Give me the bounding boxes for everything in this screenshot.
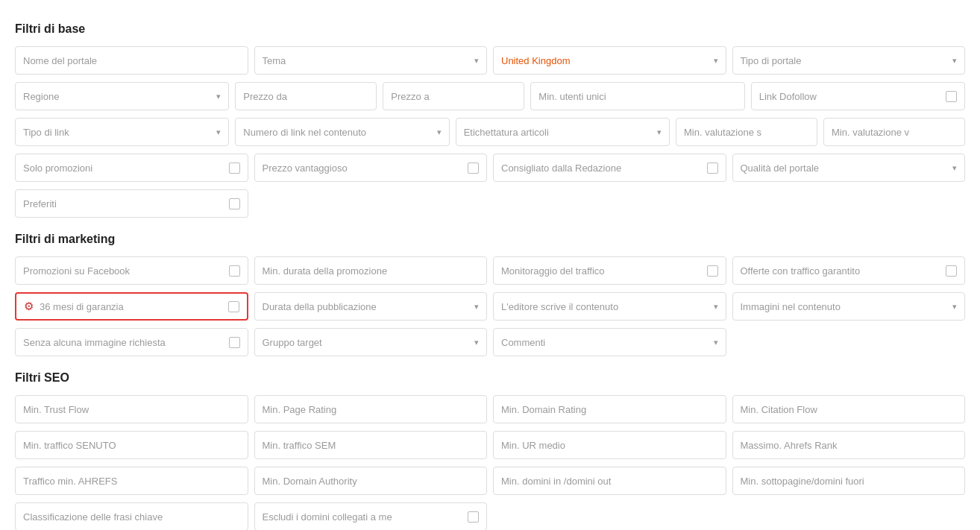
tipo-portale-select[interactable]: Tipo di portale ▾ (732, 46, 966, 75)
min-page-field[interactable] (263, 404, 480, 415)
max-ahrefs-field[interactable] (741, 440, 958, 451)
monitoraggio-check[interactable] (707, 265, 718, 277)
min-citation-input[interactable] (732, 395, 966, 423)
prezzo-a-input[interactable] (383, 82, 524, 110)
min-sotto-input[interactable] (732, 467, 966, 495)
prezzo-vant-label: Prezzo vantaggioso (263, 163, 348, 174)
etichettatura-chevron-icon: ▾ (657, 127, 662, 137)
nome-portale-field[interactable] (23, 55, 240, 66)
min-val-v-field[interactable] (832, 127, 957, 138)
classificazione-input[interactable] (15, 502, 248, 530)
regione-chevron-icon: ▾ (216, 92, 221, 101)
min-ur-input[interactable] (493, 431, 726, 459)
no-immagine-check[interactable] (229, 337, 240, 348)
empty-1 (254, 189, 488, 218)
monitoraggio-checkbox[interactable]: Monitoraggio del traffico (493, 256, 726, 285)
garanzia-label: 36 mesi di garanzia (40, 301, 124, 312)
etichettatura-select[interactable]: Etichettatura articoli ▾ (456, 118, 670, 146)
min-durata-input[interactable] (254, 256, 488, 285)
qualita-chevron-icon: ▾ (952, 163, 957, 173)
min-page-input[interactable] (254, 395, 488, 423)
consigliato-checkbox[interactable]: Consigliato dalla Redazione (493, 154, 726, 182)
min-sotto-field[interactable] (741, 476, 958, 487)
min-traffico-sem-input[interactable] (254, 431, 488, 459)
min-trust-field[interactable] (23, 404, 240, 415)
empty-2 (493, 189, 726, 218)
preferiti-check[interactable] (229, 198, 240, 209)
prezzo-vant-check[interactable] (468, 163, 479, 174)
solo-promo-checkbox[interactable]: Solo promozioni (15, 154, 248, 182)
editore-select[interactable]: L'editore scrive il contenuto ▾ (493, 292, 726, 321)
min-da-input[interactable] (254, 467, 488, 495)
min-trust-input[interactable] (15, 395, 248, 423)
filtri-seo-title: Filtri SEO (15, 371, 965, 385)
classificazione-field[interactable] (23, 511, 240, 523)
offerte-traffico-checkbox[interactable]: Offerte con traffico garantito (732, 256, 966, 285)
consigliato-label: Consigliato dalla Redazione (501, 163, 621, 174)
min-val-v-input[interactable] (823, 118, 965, 146)
num-link-select[interactable]: Numero di link nel contenuto ▾ (235, 118, 449, 146)
min-da-field[interactable] (263, 476, 480, 487)
min-utenti-field[interactable] (538, 91, 736, 102)
min-citation-field[interactable] (741, 404, 958, 415)
garanzia-check[interactable] (228, 301, 239, 312)
min-domain-field[interactable] (501, 404, 718, 415)
min-domain-input[interactable] (493, 395, 726, 423)
min-traffico-s-field[interactable] (23, 440, 240, 451)
nome-portale-input[interactable] (15, 46, 248, 75)
solo-promo-check[interactable] (229, 163, 240, 174)
min-traffico-s-input[interactable] (15, 431, 248, 459)
link-dofollow-check[interactable] (946, 91, 957, 102)
min-ur-field[interactable] (501, 440, 718, 451)
garanzia-checkbox[interactable]: ⚙ 36 mesi di garanzia (15, 292, 248, 321)
country-select[interactable]: United Kingdom ▾ (493, 46, 726, 75)
empty-seo4 (732, 502, 966, 530)
num-link-label: Numero di link nel contenuto (243, 127, 366, 138)
escludi-domini-check[interactable] (468, 511, 479, 523)
max-ahrefs-input[interactable] (732, 431, 966, 459)
valutazione-range (676, 118, 965, 146)
traffico-ahrefs-input[interactable] (15, 467, 248, 495)
link-dofollow-label: Link Dofollow (759, 91, 817, 102)
no-immagine-label: Senza alcuna immagine richiesta (23, 337, 166, 348)
min-traffico-sem-field[interactable] (263, 440, 480, 451)
prezzo-vant-checkbox[interactable]: Prezzo vantaggioso (254, 154, 488, 182)
prezzo-da-field[interactable] (243, 91, 368, 102)
min-val-s-input[interactable] (676, 118, 817, 146)
filtri-seo-section: Filtri SEO (15, 371, 965, 530)
no-immagine-checkbox[interactable]: Senza alcuna immagine richiesta (15, 328, 248, 356)
promo-fb-checkbox[interactable]: Promozioni su Facebook (15, 256, 248, 285)
prezzo-da-input[interactable] (235, 82, 377, 110)
tema-label: Tema (263, 55, 286, 66)
gruppo-target-chevron-icon: ▾ (474, 338, 479, 347)
tipo-link-chevron-icon: ▾ (216, 127, 221, 137)
regione-select[interactable]: Regione ▾ (15, 82, 229, 110)
min-domini-field[interactable] (501, 476, 718, 487)
prezzo-a-field[interactable] (391, 91, 516, 102)
min-domini-input[interactable] (493, 467, 726, 495)
tema-select[interactable]: Tema ▾ (254, 46, 488, 75)
traffico-ahrefs-field[interactable] (23, 476, 240, 487)
min-durata-field[interactable] (263, 265, 480, 277)
qualita-label: Qualità del portale (741, 163, 820, 174)
tipo-link-select[interactable]: Tipo di link ▾ (15, 118, 229, 146)
consigliato-check[interactable] (707, 163, 718, 174)
commenti-select[interactable]: Commenti ▾ (493, 328, 726, 356)
immagini-select[interactable]: Immagini nel contenuto ▾ (732, 292, 966, 321)
preferiti-checkbox[interactable]: Preferiti (15, 189, 248, 218)
min-utenti-input[interactable] (530, 82, 744, 110)
durata-pub-select[interactable]: Durata della pubblicazione ▾ (254, 292, 488, 321)
promo-fb-check[interactable] (229, 265, 240, 277)
gruppo-target-select[interactable]: Gruppo target ▾ (254, 328, 488, 356)
qualita-select[interactable]: Qualità del portale ▾ (732, 154, 966, 182)
escludi-domini-label: Escludi i domini collegati a me (263, 511, 392, 523)
monitoraggio-label: Monitoraggio del traffico (501, 265, 605, 277)
durata-pub-chevron-icon: ▾ (474, 302, 479, 312)
prezzo-range (235, 82, 524, 110)
escludi-domini-checkbox[interactable]: Escludi i domini collegati a me (254, 502, 488, 530)
tipo-portale-chevron-icon: ▾ (952, 56, 957, 66)
min-val-s-field[interactable] (684, 127, 809, 138)
offerte-traffico-check[interactable] (946, 265, 957, 277)
link-dofollow-checkbox[interactable]: Link Dofollow (751, 82, 965, 110)
editore-label: L'editore scrive il contenuto (501, 301, 618, 312)
